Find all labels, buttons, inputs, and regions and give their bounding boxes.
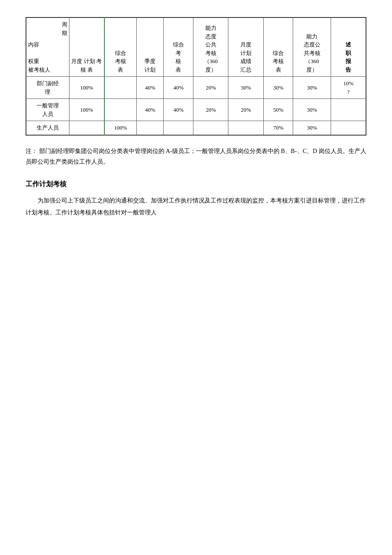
row1-report: 10%?	[331, 77, 366, 99]
table-row: 部门副经理 100% 40% 40% 20% 30% 30% 30% 10%?	[26, 77, 366, 99]
header-monthly-plan: 月度 计划 考核 表	[69, 17, 104, 77]
row1-name: 部门副经理	[26, 77, 69, 99]
row3-quarterly	[137, 121, 164, 135]
table-row: 一般管理人员 100% 40% 40% 20% 20% 50% 30%	[26, 99, 366, 121]
note-label: 注：	[26, 148, 37, 154]
row2-report	[331, 99, 366, 121]
row2-ability2: 30%	[293, 99, 331, 121]
section-title: 工作计划考核	[26, 180, 366, 189]
header-comp-assess: 综合考核表	[164, 17, 193, 77]
row2-comp2: 50%	[263, 99, 293, 121]
row1-ability2: 30%	[293, 77, 331, 99]
table-header-row: 周期 内容权重被考核人 月度 计划 考核 表 综合考核表 季度计划 综合考核表	[26, 17, 366, 77]
note-text: 部门副经理即集团公司岗位分类表中管理岗位的 A-级员工；一般管理人员系岗位分类表…	[26, 148, 366, 165]
row1-quarterly: 40%	[137, 77, 164, 99]
row3-comp2: 70%	[263, 121, 293, 135]
row3-name: 生产人员	[26, 121, 69, 135]
row2-comprehensive	[104, 99, 137, 121]
header-quarterly: 季度计划	[137, 17, 164, 77]
table-row: 生产人员 100% 70% 30%	[26, 121, 366, 135]
row2-quarterly: 40%	[137, 99, 164, 121]
note-section: 注： 部门副经理即集团公司岗位分类表中管理岗位的 A-级员工；一般管理人员系岗位…	[26, 146, 366, 167]
row3-comp-assess	[164, 121, 193, 135]
row2-comp-assess: 40%	[164, 99, 193, 121]
row2-monthly-summary: 20%	[228, 99, 263, 121]
row1-monthly-summary: 30%	[228, 77, 263, 99]
header-monthly-summary: 月度计划成绩汇总	[228, 17, 263, 77]
row1-comp-assess: 40%	[164, 77, 193, 99]
row3-monthly-summary	[228, 121, 263, 135]
row3-ability2: 30%	[293, 121, 331, 135]
header-content: 周期 内容权重被考核人	[26, 17, 69, 77]
row3-comprehensive: 100%	[104, 121, 137, 135]
row1-monthly: 100%	[69, 77, 104, 99]
header-report: 述职报告	[331, 17, 366, 77]
header-ability-attitude: 能力态度公共考核（360度）	[193, 17, 228, 77]
header-comprehensive: 综合考核表	[104, 17, 137, 77]
row2-monthly: 100%	[69, 99, 104, 121]
header-ability2: 能力态度公共考核（360度）	[293, 17, 331, 77]
body-text: 为加强公司上下级员工之间的沟通和交流、加强对工作执行情况及工作过程表现的监控，本…	[26, 195, 366, 219]
assessment-table: 周期 内容权重被考核人 月度 计划 考核 表 综合考核表 季度计划 综合考核表	[26, 17, 366, 136]
row3-ability	[193, 121, 228, 135]
page-container: 周期 内容权重被考核人 月度 计划 考核 表 综合考核表 季度计划 综合考核表	[26, 17, 366, 219]
row3-report	[331, 121, 366, 135]
row1-comp2: 30%	[263, 77, 293, 99]
row2-name: 一般管理人员	[26, 99, 69, 121]
header-comp2: 综合考核表	[263, 17, 293, 77]
row1-comprehensive	[104, 77, 137, 99]
row1-ability: 20%	[193, 77, 228, 99]
row2-ability: 20%	[193, 99, 228, 121]
row3-monthly	[69, 121, 104, 135]
